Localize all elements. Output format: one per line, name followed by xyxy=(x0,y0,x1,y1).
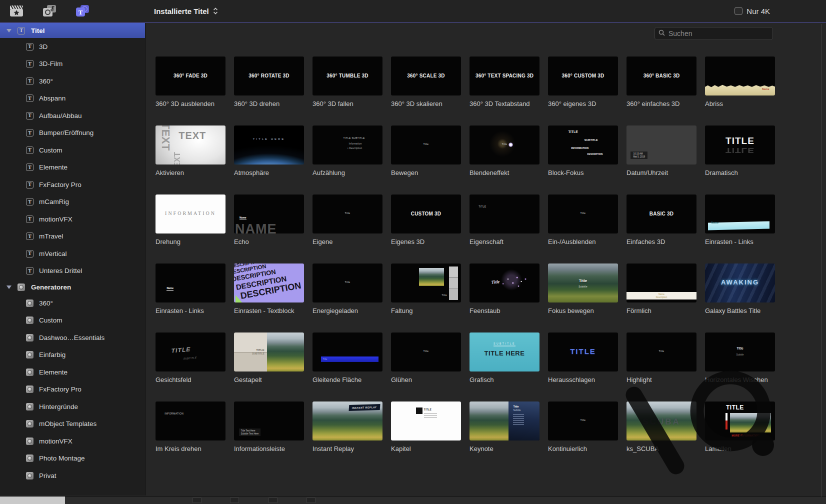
only-4k-toggle[interactable]: Nur 4K xyxy=(734,7,770,16)
sidebar-item[interactable]: mCamRig xyxy=(0,194,145,211)
sidebar-item[interactable]: mObject Templates xyxy=(0,416,145,433)
grid-item[interactable]: TITLEHerausschlagen xyxy=(548,332,618,402)
generator-icon xyxy=(26,438,34,445)
sidebar-item[interactable]: Elemente xyxy=(0,159,145,176)
grid-item[interactable]: 360° CUSTOM 3D360° eigenes 3D xyxy=(548,56,618,126)
grid-item[interactable]: TitleEigene xyxy=(312,194,383,264)
grid-item[interactable]: AWAKINGGalaxy Battles Title xyxy=(705,264,776,332)
grid-item[interactable]: NameAbriss xyxy=(705,56,776,126)
grid-item[interactable]: TITLETITLEDramatisch xyxy=(705,126,776,194)
sidebar-item[interactable]: Custom xyxy=(0,142,145,159)
grid-item[interactable]: DESCRIPTIONDESCRIPTIONDESCRIPTIONDESCRIP… xyxy=(234,264,304,332)
sidebar-section-generatoren[interactable]: Generatoren xyxy=(0,280,145,294)
bottom-strip-tile xyxy=(268,498,278,503)
sidebar-item[interactable]: Aufbau/Abbau xyxy=(0,107,145,124)
grid-item[interactable]: NameEinrasten - Links xyxy=(705,194,776,264)
thumb-decor: MORE INFORMATION xyxy=(732,434,760,437)
grid-item[interactable]: TitleSubtitleHorizontales Wischen xyxy=(705,332,776,402)
sidebar-item[interactable]: Unteres Drittel xyxy=(0,262,145,280)
grid-item[interactable]: TITLEKapitel xyxy=(391,402,462,470)
sidebar-item[interactable]: Hintergründe xyxy=(0,398,145,416)
grid-item[interactable]: 360° TUMBLE 3D360° 3D fallen xyxy=(312,56,383,126)
grid-item[interactable]: TitleKontinuierlich xyxy=(548,402,618,470)
grid-item[interactable]: Title Text HereSubtitle Text HereInforma… xyxy=(234,402,304,470)
sidebar-item-label: mTravel xyxy=(39,232,63,240)
sidebar-item[interactable]: Photo Montage xyxy=(0,450,145,468)
grid-item[interactable]: 360° TEXT SPACING 3D360° 3D Textabstand xyxy=(470,56,540,126)
sidebar-item[interactable]: 360° xyxy=(0,294,145,312)
sidebar-item[interactable]: Einfarbig xyxy=(0,346,145,364)
search-field[interactable] xyxy=(654,27,773,40)
grid-item[interactable]: TitleEin-/Ausblenden xyxy=(548,194,618,264)
sidebar-item[interactable]: 360° xyxy=(0,72,145,90)
thumbnail: Title xyxy=(391,332,461,372)
grid-item[interactable]: TITLESUBTITLEGesichtsfeld xyxy=(156,332,226,402)
grid-item[interactable]: TitleSubtitleFokus bewegen xyxy=(548,264,618,332)
sidebar-item[interactable]: Elemente xyxy=(0,364,145,381)
grid-item[interactable]: NAMENameEcho xyxy=(234,194,304,264)
grid-item[interactable]: TitleSubtitleKeynote xyxy=(470,402,540,470)
grid-item[interactable]: 360° ROTATE 3D360° 3D drehen xyxy=(234,56,304,126)
grid-item[interactable]: 360° SCALE 3D360° 3D skalieren xyxy=(391,56,462,126)
grid-item[interactable]: TITLE SUBTITLEInformation• DescriptionAu… xyxy=(312,126,383,194)
title-icon xyxy=(26,146,34,154)
grid-item[interactable]: TitleHighlight xyxy=(626,332,697,402)
grid-item[interactable]: NameDescriptionFörmlich xyxy=(626,264,697,332)
grid-item-label: Abriss xyxy=(705,100,769,108)
thumb-decor: Title xyxy=(502,142,508,146)
grid-item[interactable]: TitleFeenstaub xyxy=(470,264,540,332)
sidebar-item[interactable]: motionVFX xyxy=(0,210,145,228)
grid-item[interactable]: 360° FADE 3D360° 3D ausblenden xyxy=(156,56,226,126)
grid-item[interactable]: TitleEnergiegeladen xyxy=(312,264,383,332)
sidebar-item[interactable]: mVertical xyxy=(0,245,145,262)
grid-item[interactable]: BASIC 3DEinfaches 3D xyxy=(626,194,697,264)
thumb-decor: TITLE xyxy=(726,404,744,411)
grid-item[interactable]: SUBTITLETITLE HEREGrafisch xyxy=(470,332,540,402)
titles-generators-icon[interactable]: T xyxy=(74,4,91,18)
sidebar-item[interactable]: Dashwoo…Essentials xyxy=(0,329,145,346)
grid-item[interactable]: TEXTTEXTTEXTAktivieren xyxy=(156,126,226,194)
grid-item-label: Gleitende Fläche xyxy=(312,376,376,384)
grid-item[interactable]: SCUBAks_SCUBA xyxy=(626,402,697,470)
sidebar-item[interactable]: Bumper/Eröffnung xyxy=(0,124,145,142)
sidebar-item[interactable]: 3D xyxy=(0,38,145,56)
search-input[interactable] xyxy=(668,29,769,38)
grid-item[interactable]: CUSTOM 3DEigenes 3D xyxy=(391,194,462,264)
grid-item[interactable]: TitleGlühen xyxy=(391,332,462,402)
thumbnail: TITLE HERE xyxy=(234,126,304,164)
grid-item[interactable]: TITLEMORE INFORMATIONLamellen xyxy=(705,402,776,470)
grid-item[interactable]: INSTANT REPLAYInstant Replay xyxy=(312,402,383,470)
sidebar-item[interactable]: Abspann xyxy=(0,90,145,108)
grid-item[interactable]: TitleBlendeneffekt xyxy=(470,126,540,194)
grid-item[interactable]: TITLESUBTITLEINFORMATIONDESCRIPTIONBlock… xyxy=(548,126,618,194)
grid-item[interactable]: TITLESUBTITLEGestapelt xyxy=(234,332,304,402)
sidebar-item[interactable]: FxFactory Pro xyxy=(0,176,145,194)
grid-item[interactable]: TitleFaltung xyxy=(391,264,462,332)
grid-item[interactable]: TitleBewegen xyxy=(391,126,462,194)
sidebar-item[interactable]: Privat xyxy=(0,467,145,484)
grid-item-label: 360° einfaches 3D xyxy=(626,100,690,108)
clapperboard-icon[interactable] xyxy=(8,4,25,18)
thumb-decor: SUBTITLE xyxy=(183,356,197,360)
sidebar-item[interactable]: motionVFX xyxy=(0,432,145,450)
grid-item[interactable]: 360° BASIC 3D360° einfaches 3D xyxy=(626,56,697,126)
grid-item[interactable]: NameEinrasten - Links xyxy=(156,264,226,332)
thumb-decor: SCUBA xyxy=(642,417,680,427)
grid-item[interactable]: TITLE HEREAtmosphäre xyxy=(234,126,304,194)
sidebar-item[interactable]: FxFactory Pro xyxy=(0,381,145,398)
photos-audio-icon[interactable] xyxy=(41,4,58,18)
grid-item[interactable]: INFORMATIONIm Kreis drehen xyxy=(156,402,226,470)
only-4k-checkbox[interactable] xyxy=(734,7,742,15)
sidebar-section-titel[interactable]: Titel xyxy=(0,23,145,38)
sidebar-item-label: 360° xyxy=(39,78,53,85)
sidebar-item[interactable]: 3D-Film xyxy=(0,56,145,73)
grid-item[interactable]: INFORMATIONDrehung xyxy=(156,194,226,264)
sidebar-item[interactable]: mTravel xyxy=(0,228,145,246)
sidebar-item[interactable]: Custom xyxy=(0,312,145,330)
thumbnail: TitleSubtitle xyxy=(705,332,775,372)
grid-item[interactable]: TitleGleitende Fläche xyxy=(312,332,383,402)
grid-item[interactable]: TITLEEigenschaft xyxy=(470,194,540,264)
sidebar-item-label: Abspann xyxy=(39,94,66,102)
grid-item[interactable]: 10:15 AMMai 5, 2019Datum/Uhrzeit xyxy=(626,126,697,194)
installed-titles-dropdown[interactable]: Installierte Titel xyxy=(154,7,218,16)
